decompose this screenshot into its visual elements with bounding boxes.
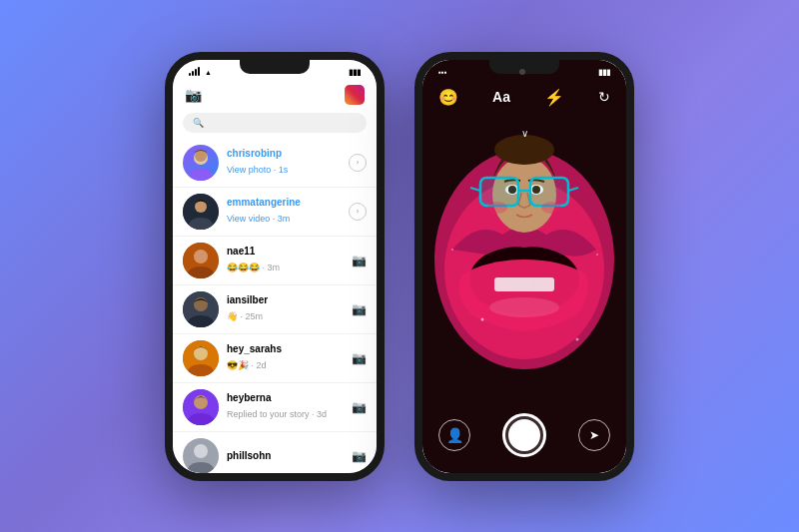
battery-icon: ▮▮▮ bbox=[349, 68, 361, 77]
left-phone-screen: ▲ ▮▮▮ 📷 🔍 bbox=[173, 60, 377, 473]
dm-item-phillsohn[interactable]: phillsohn 📷 bbox=[173, 432, 377, 473]
dm-preview: View video · 3m bbox=[227, 214, 290, 224]
avatar-chrisrobinp bbox=[183, 145, 219, 181]
search-bar[interactable]: 🔍 bbox=[183, 113, 367, 133]
dm-item-heyberna[interactable]: heyberna Replied to your story · 3d 📷 bbox=[173, 383, 377, 432]
svg-rect-29 bbox=[480, 178, 518, 206]
dm-action-circle[interactable]: › bbox=[349, 203, 367, 221]
flip-camera-icon[interactable]: ↻ bbox=[598, 89, 610, 105]
face-icon[interactable]: 😊 bbox=[438, 88, 458, 107]
avatar-hey_sarahs bbox=[183, 340, 219, 376]
dm-preview: 😎🎉 · 2d bbox=[227, 360, 267, 370]
dm-action-camera[interactable]: 📷 bbox=[352, 351, 367, 365]
right-phone-screen: ▪▪▪ ▮▮▮ 😊 Aa ⚡ ↻ ∨ 👤 ➤ bbox=[422, 60, 626, 473]
dm-info-phillsohn: phillsohn bbox=[227, 450, 344, 461]
dm-action-circle[interactable]: › bbox=[349, 154, 367, 172]
status-notch bbox=[519, 69, 525, 75]
status-bar-right: ▪▪▪ ▮▮▮ bbox=[422, 60, 626, 81]
text-mode-icon[interactable]: Aa bbox=[492, 89, 510, 105]
avatar-nae11 bbox=[183, 243, 219, 278]
direct-header: 📷 bbox=[173, 81, 377, 111]
dm-action-camera[interactable]: 📷 bbox=[352, 400, 367, 414]
search-icon: 🔍 bbox=[193, 118, 204, 128]
dm-info-nae11: nae11 😂😂😂 · 3m bbox=[227, 246, 344, 274]
left-phone: ▲ ▮▮▮ 📷 🔍 bbox=[165, 52, 385, 481]
dm-info-hey_sarahs: hey_sarahs 😎🎉 · 2d bbox=[227, 343, 344, 372]
dm-username: nae11 bbox=[227, 246, 344, 257]
shutter-inner bbox=[508, 419, 540, 451]
chevron-down[interactable]: ∨ bbox=[521, 128, 528, 139]
shutter-button[interactable] bbox=[502, 413, 546, 457]
instagram-icon[interactable] bbox=[345, 85, 365, 105]
dm-preview: 😂😂😂 · 3m bbox=[227, 263, 280, 272]
svg-point-22 bbox=[489, 297, 559, 317]
dm-username: phillsohn bbox=[227, 450, 344, 461]
svg-point-24 bbox=[494, 135, 554, 165]
dm-item-chrisrobinp[interactable]: chrisrobinp View photo · 1s › bbox=[173, 139, 377, 188]
wifi-icon: ▲ bbox=[205, 69, 212, 76]
svg-point-34 bbox=[487, 202, 507, 214]
right-phone: ▪▪▪ ▮▮▮ 😊 Aa ⚡ ↻ ∨ 👤 ➤ bbox=[414, 52, 634, 481]
dm-item-nae11[interactable]: nae11 😂😂😂 · 3m 📷 bbox=[173, 237, 377, 285]
dm-list: chrisrobinp View photo · 1s › bbox=[173, 139, 377, 473]
avatar-iansilber bbox=[183, 291, 219, 327]
status-left: ▲ bbox=[189, 68, 212, 76]
battery-right: ▮▮▮ bbox=[598, 68, 610, 77]
camera-bottom-bar: 👤 ➤ bbox=[422, 405, 626, 473]
dm-action-camera[interactable]: 📷 bbox=[352, 254, 367, 267]
dm-preview: 👋 · 25m bbox=[227, 311, 263, 321]
dm-preview: View photo · 1s bbox=[227, 165, 288, 175]
dm-item-emmatangerine[interactable]: emmatangerine View video · 3m › bbox=[173, 188, 377, 237]
svg-rect-30 bbox=[530, 178, 568, 206]
avatar-emmatangerine bbox=[183, 194, 219, 230]
dm-info-chrisrobinp: chrisrobinp View photo · 1s bbox=[227, 148, 341, 177]
avatar-phillsohn bbox=[183, 438, 219, 473]
svg-point-37 bbox=[576, 337, 579, 340]
svg-point-38 bbox=[451, 249, 453, 251]
dm-preview: Replied to your story · 3d bbox=[227, 409, 327, 419]
svg-point-35 bbox=[541, 202, 561, 214]
dm-action-camera[interactable]: 📷 bbox=[352, 449, 367, 463]
svg-point-36 bbox=[481, 317, 484, 320]
dm-username: chrisrobinp bbox=[227, 148, 341, 159]
svg-point-11 bbox=[194, 395, 208, 409]
dm-action-camera[interactable]: 📷 bbox=[352, 302, 367, 316]
avatar-heyberna bbox=[183, 389, 219, 425]
signal-icon bbox=[189, 68, 200, 76]
flash-icon[interactable]: ⚡ bbox=[544, 88, 564, 107]
dm-info-emmatangerine: emmatangerine View video · 3m bbox=[227, 197, 341, 226]
dm-username: emmatangerine bbox=[227, 197, 341, 208]
dm-item-hey_sarahs[interactable]: hey_sarahs 😎🎉 · 2d 📷 bbox=[173, 334, 377, 383]
dm-username: hey_sarahs bbox=[227, 343, 344, 354]
svg-point-39 bbox=[596, 254, 598, 256]
dm-item-iansilber[interactable]: iansilber 👋 · 25m 📷 bbox=[173, 285, 377, 334]
camera-icon[interactable]: 📷 bbox=[185, 87, 202, 103]
svg-point-13 bbox=[194, 444, 208, 458]
send-icon[interactable]: ➤ bbox=[578, 419, 610, 451]
svg-point-3 bbox=[195, 201, 207, 213]
dm-info-iansilber: iansilber 👋 · 25m bbox=[227, 294, 344, 323]
dm-username: heyberna bbox=[227, 392, 344, 403]
svg-point-5 bbox=[194, 250, 208, 264]
profile-switch-icon[interactable]: 👤 bbox=[438, 419, 470, 451]
dm-info-heyberna: heyberna Replied to your story · 3d bbox=[227, 392, 344, 421]
status-bar-left: ▲ ▮▮▮ bbox=[173, 60, 377, 81]
status-dots: ▪▪▪ bbox=[438, 68, 447, 77]
dm-username: iansilber bbox=[227, 294, 344, 305]
